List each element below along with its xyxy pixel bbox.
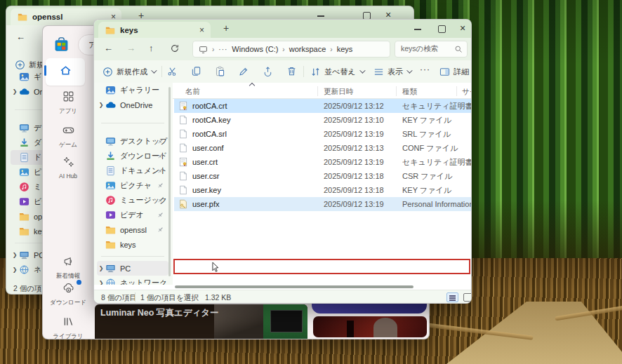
search-placeholder: keysの検索	[401, 44, 438, 54]
store-nav-library[interactable]: ライブラリ	[43, 316, 93, 339]
sort-button[interactable]: 並べ替え	[310, 65, 364, 79]
search-icon[interactable]	[454, 45, 463, 53]
keys-sidebar-item-openssl[interactable]: openssl	[97, 222, 168, 237]
chevron-right-icon[interactable]: ❯	[97, 280, 105, 285]
column-header-name[interactable]: 名前	[185, 87, 200, 97]
back-icon[interactable]: ←	[16, 32, 25, 42]
keys-sidebar-item-ビデオ[interactable]: ビデオ	[97, 208, 168, 222]
documents-icon	[105, 166, 116, 176]
new-tab-icon[interactable]: +	[223, 22, 229, 34]
column-header-date[interactable]: 更新日時	[324, 87, 353, 97]
keys-sidebar-item-デスクトップ[interactable]: デスクトップ	[97, 134, 168, 149]
forward-icon[interactable]: →	[126, 43, 135, 53]
chevron-right-icon[interactable]: ❯	[97, 102, 105, 108]
store-nav-apps[interactable]: アプリ	[43, 90, 93, 116]
store-nav-ai-hub[interactable]: AI Hub	[43, 156, 93, 180]
thumbnail-view-toggle[interactable]	[463, 293, 472, 302]
sidebar-item-label: ピクチャ	[120, 180, 152, 191]
file-type: CSR ファイル	[402, 171, 452, 182]
copy-icon[interactable]	[191, 66, 201, 76]
keys-sidebar-item-ギャラリー[interactable]: ギャラリー	[97, 83, 168, 97]
sidebar-item-label: ギャラリー	[120, 85, 159, 95]
keys-sidebar-item-ドキュメント[interactable]: ドキュメント	[97, 163, 168, 178]
gallery-icon	[19, 72, 29, 82]
store-nav-whats-new[interactable]: 新着情報	[43, 255, 93, 281]
more-options-icon[interactable]: ···	[420, 65, 430, 74]
close-tab-icon[interactable]: ×	[199, 25, 204, 35]
minimize-icon[interactable]	[414, 29, 421, 30]
refresh-icon[interactable]	[170, 43, 180, 53]
keys-tab[interactable]: keys ×	[98, 22, 211, 38]
keys-sidebar-item-ミュージック[interactable]: ミュージック	[97, 193, 168, 208]
chevron-right-icon[interactable]: ❯	[97, 265, 105, 271]
delete-icon[interactable]	[286, 66, 297, 76]
keys-sidebar-item-onedrive[interactable]: ❯OneDrive	[97, 97, 168, 112]
store-card-image[interactable]	[313, 316, 427, 337]
chevron-right-icon[interactable]: ❯	[11, 252, 19, 258]
view-icon	[373, 67, 384, 77]
rename-icon[interactable]	[239, 66, 249, 76]
cut-icon[interactable]	[167, 66, 178, 76]
table-row-user.crt[interactable]: user.crt2025/09/12 13:19セキュリティ証明書	[174, 155, 471, 169]
cert-file-icon	[178, 101, 188, 111]
table-row-rootCA.crt[interactable]: rootCA.crt2025/09/12 13:12セキュリティ証明書	[174, 99, 471, 113]
file-date: 2025/09/12 13:18	[324, 186, 384, 194]
table-row-user.csr[interactable]: user.csr2025/09/12 13:18CSR ファイル	[174, 169, 471, 183]
table-row-user.key[interactable]: user.key2025/09/12 13:18KEY ファイル	[174, 183, 471, 197]
video-icon	[19, 196, 29, 207]
keys-tabbar: keys × + ×	[94, 20, 472, 38]
doc-file-icon	[178, 143, 188, 153]
close-icon[interactable]: ×	[460, 22, 465, 34]
pin-icon	[157, 137, 164, 145]
card-figure	[347, 321, 354, 337]
downloads-badge	[77, 280, 81, 285]
chevron-right-icon[interactable]: ❯	[11, 267, 19, 273]
cert-file-icon	[178, 157, 188, 167]
column-header-size[interactable]: サイズ	[462, 87, 472, 97]
breadcrumb-overflow[interactable]: ···	[218, 46, 227, 53]
column-header-type[interactable]: 種類	[402, 87, 417, 97]
card-figure	[373, 318, 397, 337]
details-view-toggle[interactable]	[446, 292, 458, 302]
share-icon[interactable]	[263, 66, 273, 76]
sort-icon	[310, 67, 321, 77]
sidebar-scrollbar[interactable]	[168, 87, 171, 276]
keys-sidebar-item-ネットワーク[interactable]: ❯ネットワーク	[97, 276, 168, 285]
store-nav-home[interactable]	[46, 58, 85, 86]
up-icon[interactable]: ↑	[149, 43, 154, 53]
keys-sidebar-item-keys[interactable]: keys	[97, 237, 168, 252]
search-input[interactable]: keysの検索	[395, 41, 468, 58]
minimize-icon[interactable]	[317, 15, 324, 17]
address-bar[interactable]: › ··· Windows (C:) › workspace › keys	[192, 41, 390, 58]
megaphone-icon	[62, 255, 74, 267]
file-type: KEY ファイル	[402, 185, 451, 196]
horizontal-scrollbar[interactable]	[175, 285, 413, 288]
store-nav-games[interactable]: ゲーム	[43, 124, 93, 149]
table-row-rootCA.key[interactable]: rootCA.key2025/09/12 13:10KEY ファイル	[174, 113, 471, 127]
details-pane-button[interactable]: 詳細	[439, 65, 469, 79]
breadcrumb-drive[interactable]: Windows (C:)	[232, 45, 278, 53]
breadcrumb-keys[interactable]: keys	[337, 45, 353, 53]
breadcrumb-workspace[interactable]: workspace	[289, 45, 326, 53]
table-row-user.conf[interactable]: user.conf2025/09/12 13:13CONF ファイル	[174, 141, 471, 155]
music-icon	[19, 182, 29, 192]
video-icon	[105, 210, 116, 220]
store-nav-downloads[interactable]: ダウンロード	[43, 282, 93, 307]
table-row-rootCA.srl[interactable]: rootCA.srl2025/09/12 13:19SRL ファイル	[174, 127, 471, 141]
file-date: 2025/09/12 13:10	[324, 116, 384, 124]
chevron-right-icon[interactable]: ❯	[11, 88, 19, 95]
paste-icon[interactable]	[215, 66, 225, 76]
keys-sidebar-item-ピクチャ[interactable]: ピクチャ	[97, 178, 168, 193]
plus-circle-icon	[102, 67, 113, 77]
maximize-icon[interactable]	[438, 25, 446, 33]
view-button[interactable]: 表示	[373, 65, 411, 79]
gallery-icon	[105, 85, 116, 95]
store-banner-luminar[interactable]: Luminar Neo 写真エディター	[95, 304, 307, 339]
keys-sidebar-item-ダウンロード[interactable]: ダウンロード	[97, 149, 168, 163]
back-icon[interactable]: ←	[104, 43, 113, 53]
keys-tab-title: keys	[120, 26, 138, 34]
new-button[interactable]: 新規作成	[102, 65, 155, 79]
status-selection: 1 個の項目を選択	[140, 293, 199, 303]
keys-sidebar-item-pc[interactable]: ❯PC	[97, 261, 168, 276]
table-row-user.pfx[interactable]: user.pfx2025/09/12 13:19Personal Informa…	[174, 197, 471, 211]
